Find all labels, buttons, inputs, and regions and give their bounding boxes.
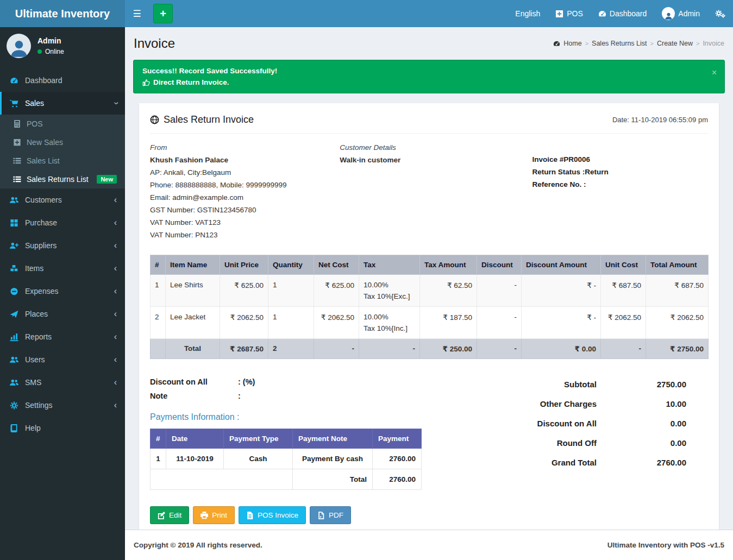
print-button[interactable]: Print [193, 506, 235, 524]
sidebar-item-label: Items [25, 264, 43, 273]
sidebar-item-label: Suppliers [25, 241, 57, 250]
from-vat1: VAT Number: VAT123 [150, 217, 340, 228]
sidebar-item-items[interactable]: Items [0, 257, 125, 280]
sidebar-item-help[interactable]: Help [0, 417, 125, 439]
nav-pos[interactable]: POS [548, 0, 591, 27]
from-email: Email: admin@example.com [150, 192, 340, 203]
invoice-header: Sales Return Invoice Date: 11-10-2019 06… [150, 114, 708, 134]
sidebar-item-label: Dashboard [25, 76, 62, 85]
content-wrapper: Invoice Home Sales Returns List Create N… [125, 27, 733, 560]
chevron-left-icon [114, 218, 117, 227]
cogs-icon [10, 401, 18, 410]
sidebar-item-sales[interactable]: Sales [0, 92, 125, 115]
sidebar-item-sales-list[interactable]: Sales List [0, 152, 125, 170]
sidebar-item-suppliers[interactable]: Suppliers [0, 234, 125, 257]
sidebar-item-settings[interactable]: Settings [0, 394, 125, 417]
payments-total-label: Total [293, 469, 373, 490]
nav-user-menu[interactable]: Admin [654, 0, 707, 27]
sidebar-item-pos[interactable]: POS [0, 115, 125, 133]
col-header-unit-price: Unit Price [220, 255, 268, 275]
sidebar-item-users[interactable]: Users [0, 348, 125, 371]
sidebar-item-label: Purchase [25, 218, 57, 227]
list-icon [13, 157, 21, 165]
from-phone: Phone: 8888888888, Mobile: 9999999999 [150, 180, 340, 191]
sidebar-item-sms[interactable]: SMS [0, 371, 125, 394]
alert-submessage: Direct Return Invoice. [142, 78, 716, 86]
discount-on-all-row: Discount on All : (%) [150, 377, 422, 386]
sidebar-item-label: New Sales [27, 138, 63, 147]
breadcrumb: Home Sales Returns List Create New Invoi… [553, 40, 724, 47]
invoice-title: Sales Return Invoice [164, 114, 254, 125]
bar-chart-icon [10, 333, 18, 341]
online-status-label: Online [45, 48, 64, 55]
item-tax: 10.00% Tax 10%[Inc.] [359, 307, 420, 339]
item-unit-price: ₹ 2062.50 [220, 307, 268, 339]
dashboard-icon [10, 77, 18, 85]
sidebar-toggle-button[interactable]: ☰ [125, 0, 149, 27]
sidebar-item-sales-returns-list[interactable]: Sales Returns List New [0, 170, 125, 188]
cubes-icon [10, 265, 18, 273]
breadcrumb-home[interactable]: Home [553, 40, 581, 47]
sidebar-user-status: Online [37, 48, 64, 55]
hamburger-icon: ☰ [133, 8, 141, 20]
total-discount-amount: ₹ 0.00 [522, 339, 601, 359]
nav-dashboard[interactable]: Dashboard [591, 0, 655, 27]
sidebar-item-label: Help [25, 424, 41, 432]
breadcrumb-create-new[interactable]: Create New [650, 40, 693, 47]
from-vat2: VAT Number: PN123 [150, 230, 340, 241]
breadcrumb-sales-returns-list[interactable]: Sales Returns List [585, 40, 647, 47]
chevron-left-icon [114, 310, 117, 318]
sidebar-item-new-sales[interactable]: New Sales [0, 133, 125, 152]
item-total-amount: ₹ 687.50 [646, 275, 709, 307]
breadcrumb-current: Invoice [696, 40, 724, 47]
sidebar-item-dashboard[interactable]: Dashboard [0, 69, 125, 92]
pos-invoice-button[interactable]: POS Invoice [239, 506, 306, 524]
sidebar: Admin Online Dashboard Sales [0, 27, 125, 560]
sidebar-item-label: Settings [25, 401, 53, 410]
sidebar-item-label: Reports [25, 332, 52, 341]
new-badge: New [97, 175, 117, 184]
pencil-square-icon [158, 512, 165, 519]
pdf-button[interactable]: PDF [310, 506, 351, 524]
plus-square-icon [13, 139, 21, 146]
nav-language[interactable]: English [508, 0, 548, 27]
invoice-card: Sales Return Invoice Date: 11-10-2019 06… [139, 103, 719, 530]
item-num: 1 [151, 275, 166, 307]
nav-settings[interactable] [707, 0, 733, 27]
payments-total-amount: 2760.00 [373, 469, 422, 490]
total-tax: - [359, 339, 420, 359]
quick-add-button[interactable]: + [153, 4, 173, 23]
sidebar-item-reports[interactable]: Reports [0, 325, 125, 348]
breadcrumb-label: Invoice [703, 40, 724, 47]
minus-circle-icon [10, 287, 18, 295]
sidebar-avatar [7, 34, 31, 58]
users-icon [10, 356, 18, 364]
payments-table: # Date Payment Type Payment Note Payment [150, 429, 422, 490]
sidebar-item-label: POS [27, 119, 43, 128]
nav-user-name: Admin [678, 9, 700, 18]
sidebar-user-panel: Admin Online [0, 27, 125, 66]
sidebar-item-label: Sales List [27, 156, 60, 165]
brand-logo[interactable]: Ultimate Inventory [0, 0, 125, 27]
item-unit-cost: ₹ 687.50 [601, 275, 646, 307]
breadcrumb-label: Create New [657, 40, 693, 47]
payments-title: Payments Information : [150, 412, 422, 422]
item-unit-cost: ₹ 2062.50 [601, 307, 646, 339]
content-header: Invoice Home Sales Returns List Create N… [125, 27, 733, 55]
items-total-label: Total [166, 339, 220, 359]
total-quantity: 2 [268, 339, 314, 359]
from-block: From Khush Fashion Palace AP: Ankali, Ci… [150, 142, 340, 241]
payment-type: Cash [224, 449, 293, 469]
edit-button[interactable]: Edit [150, 506, 189, 524]
thumbs-up-icon [142, 79, 150, 86]
sidebar-item-customers[interactable]: Customers [0, 188, 125, 211]
sidebar-item-purchase[interactable]: Purchase [0, 211, 125, 234]
user-plus-icon [10, 242, 18, 250]
chevron-left-icon [114, 355, 117, 364]
chevron-left-icon [114, 287, 117, 295]
users-icon [10, 379, 18, 387]
sidebar-item-expenses[interactable]: Expenses [0, 280, 125, 303]
alert-close-button[interactable]: × [712, 70, 717, 75]
users-icon [10, 196, 18, 204]
sidebar-item-places[interactable]: Places [0, 303, 125, 325]
